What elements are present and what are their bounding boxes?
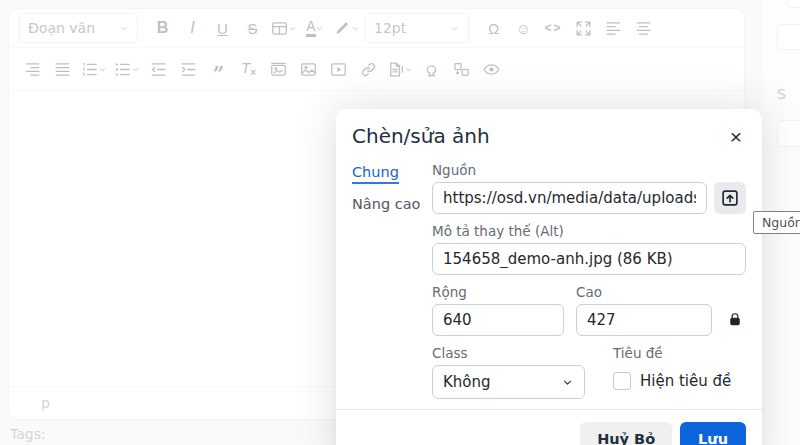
screen: S Đoạn vănBIUSA12ptΩ☺<> ”T× p Tags: Chèn… xyxy=(0,0,800,445)
caption-checkbox-label: Hiện tiêu đề xyxy=(640,372,731,390)
dialog-form: Nguồn Mô tả thay thế (Alt) xyxy=(432,162,746,399)
class-label: Class xyxy=(432,345,585,361)
tab-general[interactable]: Chung xyxy=(352,164,399,184)
image-upload-browse-icon xyxy=(720,188,740,208)
dialog-header: Chèn/sửa ảnh × xyxy=(336,109,762,158)
source-input[interactable] xyxy=(432,182,707,214)
dialog-title: Chèn/sửa ảnh xyxy=(352,124,490,148)
insert-image-dialog: Chèn/sửa ảnh × Chung Nâng cao Nguồn xyxy=(336,109,762,445)
dialog-tab-list: Chung Nâng cao xyxy=(352,162,432,399)
caption-field-group: Tiêu đề Hiện tiêu đề xyxy=(613,345,731,399)
dialog-footer: Huỷ Bỏ Lưu xyxy=(336,409,762,445)
alt-label: Mô tả thay thế (Alt) xyxy=(432,223,746,239)
caption-checkbox[interactable] xyxy=(613,372,631,390)
class-select-value: Không xyxy=(443,373,491,391)
class-field-group: Class Không xyxy=(432,345,585,399)
source-label: Nguồn xyxy=(432,162,746,178)
save-button[interactable]: Lưu xyxy=(680,422,746,445)
class-select[interactable]: Không xyxy=(432,365,585,399)
height-input[interactable] xyxy=(576,304,712,336)
height-field-group: Cao xyxy=(576,284,712,336)
dimensions-row: Rộng Cao xyxy=(432,284,746,345)
width-label: Rộng xyxy=(432,284,564,300)
width-input[interactable] xyxy=(432,304,564,336)
tab-advanced[interactable]: Nâng cao xyxy=(352,196,420,212)
caption-label: Tiêu đề xyxy=(613,345,731,361)
cancel-button[interactable]: Huỷ Bỏ xyxy=(580,422,672,445)
alt-input[interactable] xyxy=(432,243,746,275)
source-tooltip: Nguồn xyxy=(753,211,800,234)
close-icon[interactable]: × xyxy=(726,126,746,147)
chevron-down-icon xyxy=(561,376,574,389)
constrain-proportions-button[interactable] xyxy=(724,310,744,345)
height-label: Cao xyxy=(576,284,712,300)
source-field-group: Nguồn xyxy=(432,162,746,214)
browse-source-button[interactable] xyxy=(714,182,746,214)
dialog-body: Chung Nâng cao Nguồn xyxy=(336,158,762,399)
lock-icon xyxy=(726,310,744,328)
width-field-group: Rộng xyxy=(432,284,564,336)
alt-field-group: Mô tả thay thế (Alt) xyxy=(432,223,746,275)
class-caption-row: Class Không Tiêu đề Hiện tiêu đề xyxy=(432,345,746,399)
